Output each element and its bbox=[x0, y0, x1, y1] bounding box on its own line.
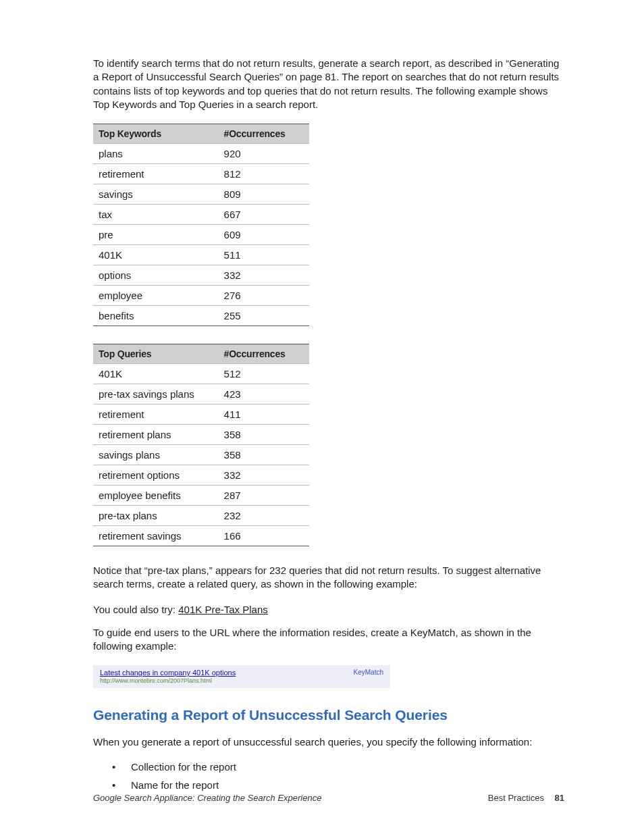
table1-header-count: #Occurrences bbox=[219, 124, 309, 144]
table1-body: plans920retirement812savings809tax667pre… bbox=[93, 144, 309, 326]
term-cell: tax bbox=[93, 205, 219, 225]
list-item: Collection for the report bbox=[112, 761, 564, 773]
term-cell: pre bbox=[93, 225, 219, 245]
table-row: retirement812 bbox=[93, 164, 309, 184]
count-cell: 232 bbox=[219, 506, 309, 526]
term-cell: employee bbox=[93, 286, 219, 306]
table-row: pre-tax savings plans423 bbox=[93, 384, 309, 405]
term-cell: savings plans bbox=[93, 445, 219, 465]
term-cell: savings bbox=[93, 184, 219, 205]
table-row: retirement savings166 bbox=[93, 526, 309, 546]
table-row: pre609 bbox=[93, 225, 309, 245]
try-line: You could also try: 401K Pre-Tax Plans bbox=[93, 604, 564, 615]
term-cell: options bbox=[93, 265, 219, 286]
count-cell: 332 bbox=[219, 265, 309, 286]
keymatch-title-link[interactable]: Latest changes in company 401K options bbox=[100, 669, 383, 677]
count-cell: 511 bbox=[219, 245, 309, 265]
table-row: savings809 bbox=[93, 184, 309, 205]
count-cell: 423 bbox=[219, 384, 309, 405]
count-cell: 809 bbox=[219, 184, 309, 205]
table2-header-count: #Occurrences bbox=[219, 344, 309, 364]
count-cell: 812 bbox=[219, 164, 309, 184]
term-cell: retirement bbox=[93, 405, 219, 425]
footer-doc-title: Google Search Appliance: Creating the Se… bbox=[93, 793, 321, 803]
top-keywords-table: Top Keywords #Occurrences plans920retire… bbox=[93, 124, 309, 326]
term-cell: 401K bbox=[93, 245, 219, 265]
intro-paragraph: To identify search terms that do not ret… bbox=[93, 57, 564, 111]
list-item: Name for the report bbox=[112, 779, 564, 791]
bullet-list: Collection for the reportName for the re… bbox=[112, 761, 564, 791]
term-cell: benefits bbox=[93, 306, 219, 326]
table-row: pre-tax plans232 bbox=[93, 506, 309, 526]
try-prefix: You could also try: bbox=[93, 604, 178, 615]
count-cell: 276 bbox=[219, 286, 309, 306]
footer-page-number: 81 bbox=[555, 793, 564, 803]
table-row: benefits255 bbox=[93, 306, 309, 326]
count-cell: 667 bbox=[219, 205, 309, 225]
count-cell: 920 bbox=[219, 144, 309, 164]
page-footer: Google Search Appliance: Creating the Se… bbox=[93, 793, 564, 803]
section-heading: Generating a Report of Unsuccessful Sear… bbox=[93, 707, 564, 723]
term-cell: retirement options bbox=[93, 465, 219, 486]
term-cell: 401K bbox=[93, 364, 219, 384]
count-cell: 358 bbox=[219, 425, 309, 445]
term-cell: retirement plans bbox=[93, 425, 219, 445]
keymatch-label: KeyMatch bbox=[354, 669, 383, 676]
keymatch-url: http://www.montebre.com/2007Plans.html bbox=[100, 677, 383, 684]
table-row: retirement plans358 bbox=[93, 425, 309, 445]
table-row: 401K512 bbox=[93, 364, 309, 384]
count-cell: 609 bbox=[219, 225, 309, 245]
count-cell: 411 bbox=[219, 405, 309, 425]
table-row: plans920 bbox=[93, 144, 309, 164]
table-row: retirement options332 bbox=[93, 465, 309, 486]
term-cell: retirement bbox=[93, 164, 219, 184]
table-row: tax667 bbox=[93, 205, 309, 225]
term-cell: pre-tax plans bbox=[93, 506, 219, 526]
table1-header-term: Top Keywords bbox=[93, 124, 219, 144]
count-cell: 166 bbox=[219, 526, 309, 546]
guide-paragraph: To guide end users to the URL where the … bbox=[93, 626, 564, 654]
keymatch-example: Latest changes in company 401K options h… bbox=[93, 665, 390, 688]
table2-body: 401K512pre-tax savings plans423retiremen… bbox=[93, 364, 309, 546]
table-row: retirement411 bbox=[93, 405, 309, 425]
count-cell: 358 bbox=[219, 445, 309, 465]
section-intro: When you generate a report of unsuccessf… bbox=[93, 735, 564, 749]
table-row: employee benefits287 bbox=[93, 486, 309, 506]
notice-paragraph: Notice that “pre-tax plans,” appears for… bbox=[93, 564, 564, 592]
try-link[interactable]: 401K Pre-Tax Plans bbox=[178, 604, 268, 615]
count-cell: 512 bbox=[219, 364, 309, 384]
term-cell: pre-tax savings plans bbox=[93, 384, 219, 405]
count-cell: 332 bbox=[219, 465, 309, 486]
footer-right: Best Practices 81 bbox=[488, 793, 564, 803]
footer-section-label: Best Practices bbox=[488, 793, 544, 803]
table-row: savings plans358 bbox=[93, 445, 309, 465]
table-row: 401K511 bbox=[93, 245, 309, 265]
count-cell: 287 bbox=[219, 486, 309, 506]
term-cell: plans bbox=[93, 144, 219, 164]
count-cell: 255 bbox=[219, 306, 309, 326]
table-row: employee276 bbox=[93, 286, 309, 306]
table2-header-term: Top Queries bbox=[93, 344, 219, 364]
top-queries-table: Top Queries #Occurrences 401K512pre-tax … bbox=[93, 344, 309, 546]
term-cell: employee benefits bbox=[93, 486, 219, 506]
table-row: options332 bbox=[93, 265, 309, 286]
term-cell: retirement savings bbox=[93, 526, 219, 546]
